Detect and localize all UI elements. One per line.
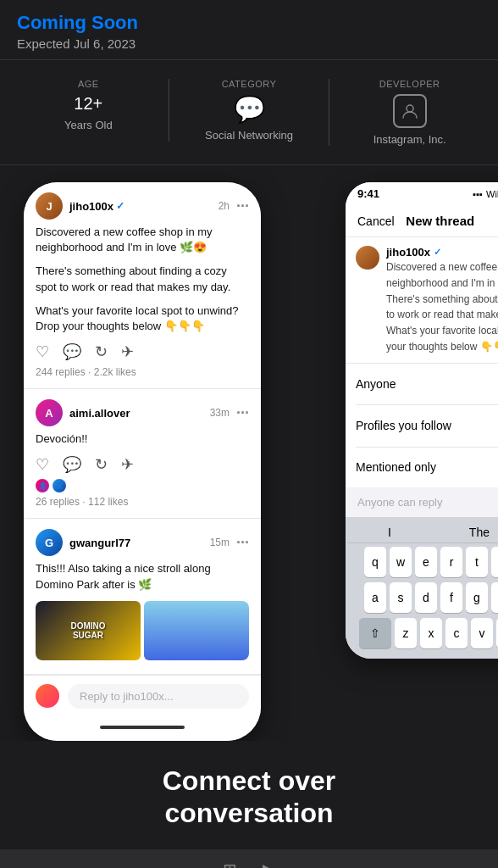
audience-mentioned[interactable]: Mentioned only @ (356, 448, 498, 487)
audience-following[interactable]: Profiles you follow (356, 405, 498, 448)
key-x[interactable]: x (420, 618, 442, 648)
domino-sign: DOMINOSUGAR (70, 621, 105, 640)
comment-icon-2[interactable]: 💬 (63, 455, 81, 474)
age-info: AGE 12+ Years Old (8, 79, 169, 131)
key-v[interactable]: v (471, 618, 493, 648)
key-t[interactable]: t (466, 547, 488, 577)
compose-verified-icon: ✓ (434, 247, 441, 258)
nav-icon-2[interactable]: ▶ (263, 860, 275, 868)
compose-text-1: Discovered a new coffee s... (386, 260, 498, 275)
category-label: CATEGORY (222, 79, 277, 89)
keyboard-word-suggestions: I The (347, 522, 498, 543)
keyboard-row-3: ⇧ z x c v b (347, 618, 498, 648)
home-indicator (24, 717, 261, 741)
like-icon-1[interactable]: ♡ (36, 342, 49, 361)
more-icon-3[interactable]: ··· (236, 534, 249, 552)
caption-text: Connect over conversation (25, 765, 473, 830)
compose-text-3: There's something about f... (386, 292, 498, 307)
nav-icon-1[interactable]: ⊞ (223, 860, 237, 868)
developer-avatar-icon (393, 94, 427, 128)
category-value: Social Networking (205, 129, 293, 142)
key-q[interactable]: q (364, 547, 386, 577)
cancel-button[interactable]: Cancel (357, 214, 395, 228)
username-jiho: jiho100x ✓ (69, 200, 212, 213)
compose-avatar (356, 246, 379, 270)
info-row: AGE 12+ Years Old CATEGORY 💬 Social Netw… (0, 60, 498, 165)
post-text-1a: Discovered a new coffee shop in my neigh… (36, 225, 249, 255)
signal-icon: ▪▪▪ (473, 189, 483, 199)
repost-icon-2[interactable]: ↻ (95, 455, 108, 474)
compose-username: jiho100x ✓ (386, 246, 498, 259)
post-time-1: 2h (219, 200, 230, 212)
key-r[interactable]: r (440, 547, 462, 577)
expected-date: Expected Jul 6, 2023 (17, 36, 481, 51)
developer-info: DEVELOPER Instagram, Inc. (329, 79, 490, 146)
username-gwang: gwangurl77 (69, 537, 203, 549)
keyboard[interactable]: I The q w e r t y a s d f g h (346, 517, 498, 659)
repost-icon-1[interactable]: ↻ (95, 342, 108, 361)
comment-icon-1[interactable]: 💬 (63, 342, 81, 361)
post-time-3: 15m (210, 537, 230, 548)
key-e[interactable]: e (415, 547, 437, 577)
key-h[interactable]: h (491, 582, 498, 613)
share-icon-2[interactable]: ✈ (121, 455, 134, 474)
key-d[interactable]: d (415, 582, 437, 613)
svg-point-0 (407, 105, 413, 112)
image-row: DOMINOSUGAR (36, 601, 249, 660)
post-text-1c: What's your favorite local spot to unwin… (36, 303, 249, 334)
avatar-gwang: G (36, 529, 63, 556)
status-icons: ▪▪▪ WiFi 🔋 (473, 188, 498, 199)
key-s[interactable]: s (390, 582, 412, 613)
avatar-aimi: A (36, 399, 63, 426)
key-f[interactable]: f (440, 582, 462, 613)
word-suggestion-2[interactable]: The (469, 526, 490, 539)
key-z[interactable]: z (395, 618, 417, 648)
keyboard-row-2: a s d f g h (347, 582, 498, 613)
key-g[interactable]: g (466, 582, 488, 613)
age-value: 12+ (74, 94, 102, 114)
home-bar (100, 726, 185, 729)
screenshots-area: J jiho100x ✓ 2h ··· Discovered a new cof… (0, 165, 498, 741)
post-actions-2: ♡ 💬 ↻ ✈ (36, 455, 249, 474)
audience-anyone-label: Anyone (356, 377, 396, 391)
category-info: CATEGORY 💬 Social Networking (169, 79, 329, 142)
post-time-2: 33m (210, 407, 230, 419)
word-suggestion-1[interactable]: I (388, 526, 391, 539)
verified-icon-1: ✓ (116, 200, 125, 212)
status-bar: 9:41 ▪▪▪ WiFi 🔋 (346, 182, 498, 203)
age-sub: Years Old (64, 119, 113, 131)
keyboard-row-1: q w e r t y (347, 547, 498, 577)
top-bar: Coming Soon Expected Jul 6, 2023 (0, 0, 498, 60)
audience-mentioned-label: Mentioned only (356, 460, 436, 474)
caption-line-2: conversation (164, 798, 333, 828)
phone-right-wrapper: 9:41 ▪▪▪ WiFi 🔋 Cancel New thread (346, 182, 498, 659)
anyone-reply-hint: Anyone can reply (346, 487, 498, 517)
phone-right-mockup: 9:41 ▪▪▪ WiFi 🔋 Cancel New thread (346, 182, 498, 659)
bottom-nav: ⊞ ▶ (0, 849, 498, 868)
reply-input[interactable]: Reply to jiho100x... (68, 684, 249, 709)
category-icon: 💬 (234, 94, 265, 124)
caption-area: Connect over conversation (0, 741, 498, 850)
more-icon-2[interactable]: ··· (236, 404, 249, 422)
key-a[interactable]: a (364, 582, 386, 613)
thread-post-1: J jiho100x ✓ 2h ··· Discovered a new cof… (24, 182, 261, 389)
reply-avatar-2: 👤 (53, 479, 66, 492)
post-text-3: This!!! Also taking a nice stroll along … (36, 561, 249, 592)
key-w[interactable]: w (390, 547, 412, 577)
coming-soon-title: Coming Soon (17, 12, 481, 34)
more-icon-1[interactable]: ··· (236, 198, 249, 215)
post-actions-1: ♡ 💬 ↻ ✈ (36, 342, 249, 361)
audience-anyone[interactable]: Anyone 🌐 (356, 364, 498, 405)
key-y[interactable]: y (491, 547, 498, 577)
key-shift[interactable]: ⇧ (359, 618, 391, 648)
share-icon-1[interactable]: ✈ (121, 342, 134, 361)
status-time: 9:41 (357, 187, 379, 200)
key-c[interactable]: c (445, 618, 468, 648)
reply-bar: Reply to jiho100x... (24, 675, 261, 717)
post-text-1b: There's something about finding a cozy s… (36, 264, 249, 294)
reply-avatars: 👤 (36, 479, 49, 492)
compose-text-5: What's your favorite local s... (386, 324, 498, 338)
like-icon-2[interactable]: ♡ (36, 455, 49, 474)
reply-user-avatar (36, 684, 59, 708)
developer-value: Instagram, Inc. (374, 133, 446, 146)
